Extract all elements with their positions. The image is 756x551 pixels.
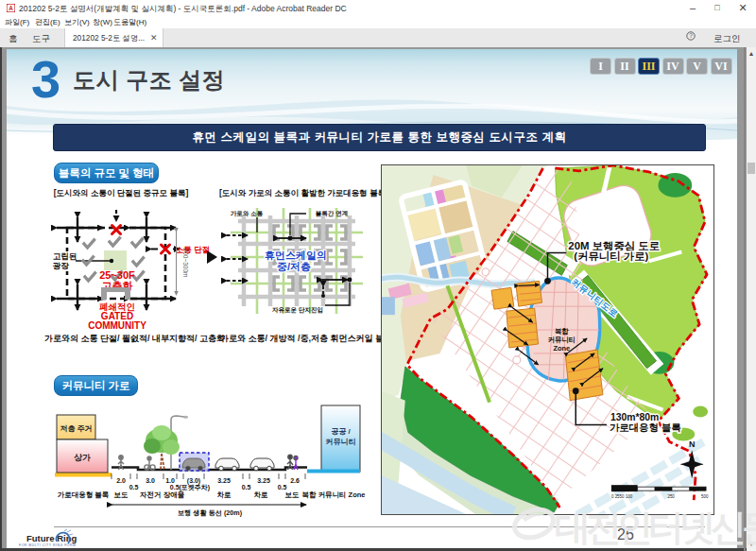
svg-text:복합 커뮤니티 Zone: 복합 커뮤니티 Zone — [301, 491, 365, 499]
svg-text:장애물: 장애물 — [163, 491, 185, 499]
svg-text:0.5: 0.5 — [129, 484, 139, 491]
svg-text:보도: 보도 — [285, 491, 301, 499]
svg-text:커뮤니티: 커뮤니티 — [326, 438, 356, 446]
svg-text:가로대응형 블록: 가로대응형 블록 — [610, 422, 681, 433]
svg-text:블록간 연계: 블록간 연계 — [316, 210, 348, 217]
svg-text:소통 단절: 소통 단절 — [176, 245, 210, 254]
svg-text:N: N — [689, 439, 695, 449]
svg-text:공공 /: 공공 / — [331, 427, 351, 436]
svg-text:차로: 차로 — [254, 491, 269, 499]
svg-text:저층 주거: 저층 주거 — [60, 424, 92, 433]
svg-text:자전거: 자전거 — [140, 491, 162, 499]
svg-text:130m*80m: 130m*80m — [610, 412, 659, 422]
svg-text:대전인터넷신문: 대전인터넷신문 — [555, 508, 756, 547]
svg-text:?: ? — [689, 32, 693, 39]
svg-text:3.0: 3.0 — [146, 477, 155, 484]
svg-text:Zone: Zone — [553, 344, 570, 353]
svg-text:중/저층: 중/저층 — [277, 261, 311, 272]
svg-text:차로: 차로 — [217, 491, 232, 499]
svg-text:가로대응형 블록: 가로대응형 블록 — [58, 491, 110, 499]
svg-text:고립된: 고립된 — [53, 251, 77, 261]
svg-text:상가: 상가 — [74, 453, 91, 462]
svg-text:3.25: 3.25 — [217, 477, 231, 484]
svg-text:자유로운 단지진입: 자유로운 단지진입 — [272, 306, 323, 314]
svg-text:(커뮤니티 가로): (커뮤니티 가로) — [574, 250, 648, 262]
svg-text:0.5: 0.5 — [242, 484, 251, 491]
svg-text:2.6: 2.6 — [290, 477, 300, 484]
svg-text:COMMUNITY: COMMUNITY — [88, 320, 146, 331]
svg-text:20M 보행중심 도로: 20M 보행중심 도로 — [568, 240, 660, 251]
svg-text:보행 생활 동선 (20m): 보행 생활 동선 (20m) — [178, 508, 243, 517]
svg-text:가로와 소통: 가로와 소통 — [231, 210, 264, 217]
svg-text:1.0: 1.0 — [165, 477, 175, 484]
svg-text:복합: 복합 — [555, 327, 569, 336]
svg-text:200~300m: 200~300m — [182, 249, 189, 278]
svg-text:2.0: 2.0 — [116, 477, 126, 484]
svg-text:광장: 광장 — [52, 261, 70, 270]
svg-text:0.5: 0.5 — [278, 484, 287, 491]
svg-text:A: A — [9, 5, 13, 11]
svg-text:보도: 보도 — [114, 491, 129, 499]
svg-text:휴먼스케일의: 휴먼스케일의 — [265, 250, 327, 261]
svg-text:커뮤니티: 커뮤니티 — [548, 336, 576, 344]
svg-text:3.25: 3.25 — [257, 477, 270, 484]
